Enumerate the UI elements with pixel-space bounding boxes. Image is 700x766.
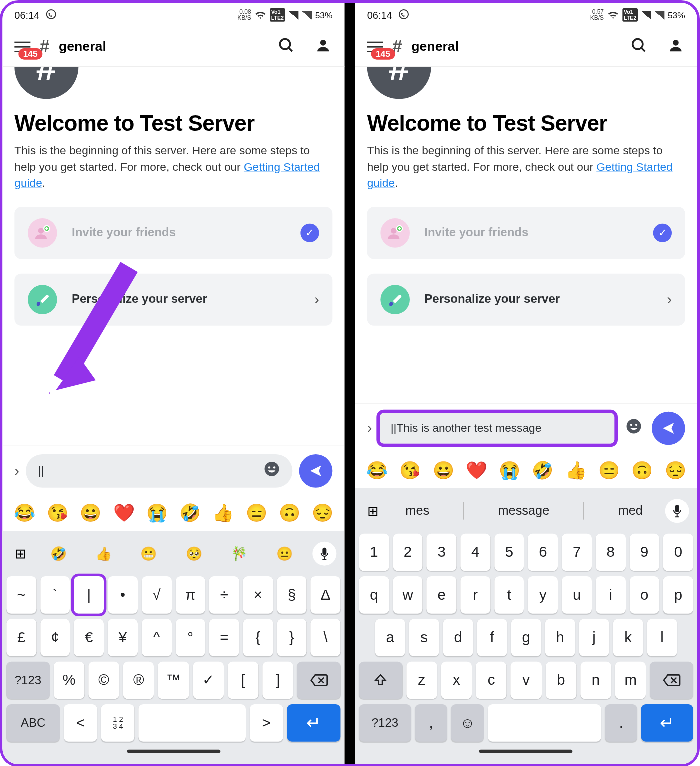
key-space[interactable] bbox=[488, 704, 602, 742]
emoji-strip[interactable]: 😂 😘 😀 ❤️ 😭 🤣 👍 😑 🙃 😔 bbox=[356, 452, 698, 488]
key[interactable]: o bbox=[630, 576, 660, 614]
grid-icon[interactable]: ⊞ bbox=[10, 546, 30, 562]
emoji[interactable]: 😔 bbox=[312, 503, 334, 523]
key[interactable]: b bbox=[546, 662, 577, 699]
send-button[interactable] bbox=[300, 454, 333, 487]
mic-icon[interactable] bbox=[666, 499, 690, 523]
key[interactable]: a bbox=[376, 619, 406, 656]
key[interactable]: u bbox=[562, 576, 592, 614]
sugg-emoji[interactable]: 😬 bbox=[140, 546, 157, 562]
key[interactable]: ^ bbox=[142, 619, 172, 656]
invite-friends-card[interactable]: Invite your friends ✓ bbox=[14, 207, 332, 259]
search-icon[interactable] bbox=[630, 37, 648, 57]
emoji[interactable]: 😑 bbox=[598, 460, 620, 480]
key[interactable]: § bbox=[277, 576, 307, 614]
key[interactable]: \ bbox=[311, 619, 341, 656]
key[interactable]: < bbox=[64, 704, 98, 742]
key-backspace[interactable] bbox=[298, 662, 340, 699]
personalize-card[interactable]: Personalize your server › bbox=[368, 274, 686, 326]
emoji[interactable]: 😭 bbox=[499, 460, 520, 480]
key[interactable]: ✓ bbox=[193, 662, 224, 699]
key[interactable]: 0 bbox=[664, 534, 694, 571]
key[interactable]: > bbox=[250, 704, 284, 742]
key[interactable]: 1 bbox=[360, 534, 390, 571]
key[interactable]: Δ bbox=[311, 576, 341, 614]
key[interactable]: = bbox=[210, 619, 240, 656]
emoji[interactable]: 😘 bbox=[47, 503, 68, 523]
sugg-emoji[interactable]: 🎋 bbox=[231, 546, 248, 562]
key[interactable]: c bbox=[476, 662, 507, 699]
key[interactable]: q bbox=[360, 576, 390, 614]
key[interactable]: 4 bbox=[460, 534, 490, 571]
key[interactable]: { bbox=[244, 619, 274, 656]
key[interactable]: % bbox=[54, 662, 85, 699]
key[interactable]: n bbox=[580, 662, 612, 699]
key[interactable]: v bbox=[511, 662, 542, 699]
key-space[interactable] bbox=[139, 704, 246, 742]
emoji[interactable]: 😀 bbox=[433, 460, 454, 480]
key[interactable]: • bbox=[108, 576, 138, 614]
key[interactable]: f bbox=[478, 619, 508, 656]
key[interactable]: } bbox=[277, 619, 307, 656]
menu-button[interactable]: 145 bbox=[14, 46, 30, 47]
emoji[interactable]: 😔 bbox=[665, 460, 686, 480]
emoji-icon[interactable] bbox=[622, 417, 645, 439]
key[interactable]: ¥ bbox=[108, 619, 138, 656]
sugg-emoji[interactable]: 🤣 bbox=[50, 546, 67, 562]
key[interactable]: 5 bbox=[494, 534, 524, 571]
key[interactable]: √ bbox=[142, 576, 172, 614]
key-shift[interactable] bbox=[360, 662, 402, 699]
emoji[interactable]: 😑 bbox=[246, 503, 268, 523]
key[interactable]: w bbox=[393, 576, 423, 614]
key-emoji[interactable]: ☺ bbox=[452, 704, 484, 742]
key[interactable]: r bbox=[460, 576, 490, 614]
emoji[interactable]: 😀 bbox=[80, 503, 102, 523]
key[interactable]: € bbox=[74, 619, 104, 656]
emoji[interactable]: ❤️ bbox=[466, 460, 488, 480]
key[interactable]: £ bbox=[6, 619, 36, 656]
key-mode[interactable]: ?123 bbox=[6, 662, 50, 699]
key[interactable]: d bbox=[444, 619, 474, 656]
key[interactable]: k bbox=[614, 619, 644, 656]
mic-icon[interactable] bbox=[312, 542, 336, 566]
key[interactable]: 8 bbox=[596, 534, 626, 571]
emoji-strip[interactable]: 😂 😘 😀 ❤️ 😭 🤣 👍 😑 🙃 😔 bbox=[2, 495, 344, 531]
emoji[interactable]: 👍 bbox=[212, 503, 234, 523]
emoji[interactable]: 🤣 bbox=[532, 460, 554, 480]
sugg-emoji[interactable]: 👍 bbox=[96, 546, 112, 562]
members-icon[interactable] bbox=[314, 37, 332, 57]
key[interactable]: ÷ bbox=[210, 576, 240, 614]
key[interactable]: g bbox=[512, 619, 542, 656]
sugg-word[interactable]: message bbox=[498, 504, 550, 518]
key-pipe[interactable]: | bbox=[74, 576, 104, 614]
key[interactable]: 2 bbox=[393, 534, 423, 571]
nav-pill[interactable] bbox=[480, 749, 573, 753]
key[interactable]: z bbox=[406, 662, 438, 699]
key[interactable]: [ bbox=[228, 662, 259, 699]
key-period[interactable]: . bbox=[605, 704, 638, 742]
expand-icon[interactable]: › bbox=[14, 462, 20, 479]
key-numpad[interactable]: 1 23 4 bbox=[102, 704, 135, 742]
key[interactable]: 6 bbox=[528, 534, 558, 571]
emoji[interactable]: 😭 bbox=[146, 503, 168, 523]
emoji[interactable]: 🙃 bbox=[279, 503, 300, 523]
expand-icon[interactable]: › bbox=[368, 419, 372, 437]
key-abc[interactable]: ABC bbox=[6, 704, 60, 742]
key[interactable]: i bbox=[596, 576, 626, 614]
key[interactable]: t bbox=[494, 576, 524, 614]
search-icon[interactable] bbox=[278, 37, 296, 57]
key[interactable]: 3 bbox=[427, 534, 457, 571]
key[interactable]: ] bbox=[263, 662, 294, 699]
key[interactable]: ` bbox=[40, 576, 70, 614]
emoji[interactable]: 🙃 bbox=[632, 460, 653, 480]
key[interactable]: m bbox=[616, 662, 646, 699]
nav-pill[interactable] bbox=[127, 749, 220, 753]
emoji[interactable]: ❤️ bbox=[114, 503, 135, 523]
grid-icon[interactable]: ⊞ bbox=[364, 503, 384, 519]
message-input[interactable]: || bbox=[26, 454, 292, 487]
key-mode[interactable]: ?123 bbox=[360, 704, 412, 742]
key[interactable]: ™ bbox=[158, 662, 190, 699]
key[interactable]: s bbox=[410, 619, 440, 656]
emoji[interactable]: 🤣 bbox=[180, 503, 201, 523]
menu-button[interactable]: 145 bbox=[368, 46, 384, 47]
